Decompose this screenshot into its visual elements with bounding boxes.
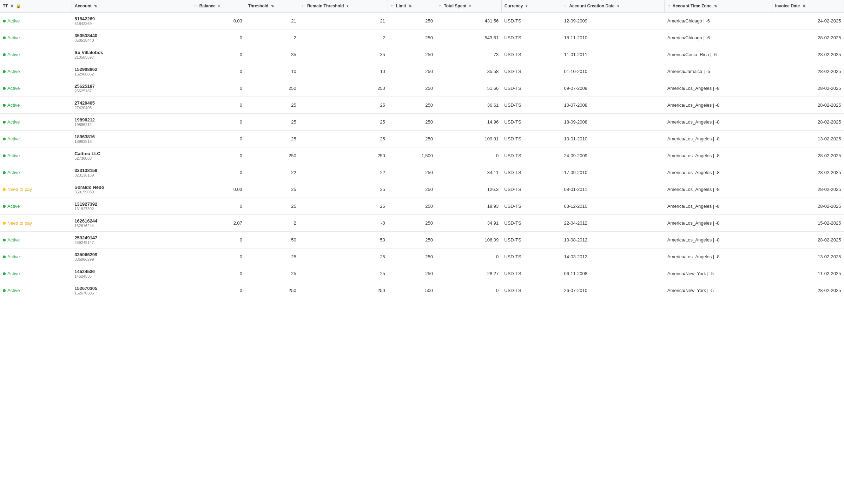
account-cell: 51842269 51842269 [72, 12, 191, 29]
account-name: 18963816 [74, 134, 188, 139]
total-spent-cell: 35.58 [436, 63, 501, 80]
total-spent-cell: 109.91 [436, 131, 501, 147]
creation-date-cell: 12-09-2009 [561, 12, 664, 29]
total-spent-cell: 14.96 [436, 114, 501, 131]
limit-cell: 250 [388, 181, 436, 198]
th-tt[interactable]: TT ⇅ 🔒 [0, 0, 72, 12]
th-remain-drag[interactable]: :: [302, 4, 304, 8]
status-cell: Active [0, 80, 72, 97]
th-total-spent-drag[interactable]: :: [439, 4, 441, 8]
status-label: Active [7, 271, 20, 276]
status-dot [3, 272, 6, 275]
th-remain-label: Remain Threshold [307, 4, 344, 8]
table-row: Active Su Villalobos 210505597 0 35 35 2… [0, 46, 844, 63]
table-container: TT ⇅ 🔒 Account ⇅ :: Balance ▾ Threshold … [0, 0, 844, 299]
status-cell: Active [0, 248, 72, 265]
account-cell: 14524536 14524536 [72, 265, 191, 282]
th-creation-drag[interactable]: :: [564, 4, 567, 8]
account-cell: 323138159 323138159 [72, 164, 191, 181]
status-cell: Active [0, 282, 72, 299]
table-header-row: TT ⇅ 🔒 Account ⇅ :: Balance ▾ Threshold … [0, 0, 844, 12]
balance-cell: 0.03 [191, 181, 245, 198]
status-cell: Active [0, 265, 72, 282]
total-spent-cell: 0 [436, 147, 501, 164]
limit-cell: 250 [388, 46, 436, 63]
account-id: 27420405 [74, 106, 188, 110]
timezone-cell: America/Los_Angeles | -8 [665, 198, 772, 215]
remain-threshold-cell: 25 [299, 131, 388, 147]
th-tt-sort-icon: ⇅ [11, 4, 13, 8]
status-dot [3, 87, 6, 90]
limit-cell: 250 [388, 97, 436, 114]
invoice-date-cell: 28-02-2025 [772, 232, 844, 248]
invoice-date-cell: 28-02-2025 [772, 198, 844, 215]
status-cell: Need to pay [0, 181, 72, 198]
remain-threshold-cell: 25 [299, 198, 388, 215]
th-limit[interactable]: :: Limit ⇅ [388, 0, 436, 12]
limit-cell: 250 [388, 248, 436, 265]
status-dot [3, 222, 6, 225]
account-id: 259249147 [74, 240, 188, 245]
status-label: Active [7, 136, 20, 141]
th-total-spent[interactable]: :: Total Spent ▾ [436, 0, 501, 12]
timezone-cell: America/Costa_Rica | -6 [665, 46, 772, 63]
account-name: 152908862 [74, 67, 188, 72]
timezone-cell: America/New_York | -5 [665, 265, 772, 282]
threshold-cell: 250 [245, 282, 299, 299]
creation-date-cell: 03-12-2010 [561, 198, 664, 215]
currency-cell: USD-TS [501, 12, 561, 29]
invoice-date-cell: 28-02-2025 [772, 114, 844, 131]
th-timezone-drag[interactable]: :: [667, 4, 670, 8]
limit-cell: 500 [388, 282, 436, 299]
th-creation-sort-icon: ▾ [617, 4, 619, 8]
invoice-date-cell: 28-02-2025 [772, 63, 844, 80]
account-id: 152908862 [74, 72, 188, 76]
limit-cell: 250 [388, 63, 436, 80]
th-currency[interactable]: Currency ▾ [501, 0, 561, 12]
status-cell: Active [0, 97, 72, 114]
account-cell: 131927392 131927392 [72, 198, 191, 215]
status-cell: Need to pay [0, 215, 72, 232]
timezone-cell: America/Los_Angeles | -8 [665, 114, 772, 131]
th-remain-sort-icon: ▾ [347, 4, 348, 8]
currency-cell: USD-TS [501, 63, 561, 80]
invoice-date-cell: 15-02-2025 [772, 215, 844, 232]
th-balance-drag[interactable]: :: [194, 4, 197, 8]
status-dot [3, 239, 6, 241]
th-limit-sort-icon: ⇅ [409, 4, 411, 8]
th-account[interactable]: Account ⇅ [72, 0, 191, 12]
status-cell: Active [0, 114, 72, 131]
th-creation-date[interactable]: :: Account Creation Date ▾ [561, 0, 664, 12]
status-label: Active [7, 170, 20, 175]
account-id: 162616244 [74, 224, 188, 228]
invoice-date-cell: 13-02-2025 [772, 248, 844, 265]
accounts-table: TT ⇅ 🔒 Account ⇅ :: Balance ▾ Threshold … [0, 0, 844, 299]
currency-cell: USD-TS [501, 131, 561, 147]
th-threshold[interactable]: Threshold ⇅ [245, 0, 299, 12]
threshold-cell: 22 [245, 164, 299, 181]
currency-cell: USD-TS [501, 46, 561, 63]
th-limit-label: Limit [396, 4, 406, 8]
status-label: Need to pay [7, 187, 32, 192]
total-spent-cell: 19.93 [436, 198, 501, 215]
account-name: 259249147 [74, 235, 188, 240]
table-row: Active 131927392 131927392 0 25 25 250 1… [0, 198, 844, 215]
status-label: Active [7, 288, 20, 293]
account-name: 335066299 [74, 252, 188, 257]
invoice-date-cell: 28-02-2025 [772, 164, 844, 181]
threshold-cell: 250 [245, 80, 299, 97]
timezone-cell: America/Jamaica | -5 [665, 63, 772, 80]
th-timezone[interactable]: :: Account Time Zone ⇅ [665, 0, 772, 12]
account-id: 210505597 [74, 55, 188, 59]
total-spent-cell: 0 [436, 248, 501, 265]
th-invoice-date[interactable]: Invoice Date ⇅ [772, 0, 844, 12]
status-label: Active [7, 69, 20, 74]
creation-date-cell: 11-01-2011 [561, 46, 664, 63]
currency-cell: USD-TS [501, 265, 561, 282]
th-balance[interactable]: :: Balance ▾ [191, 0, 245, 12]
limit-cell: 250 [388, 164, 436, 181]
th-limit-drag[interactable]: :: [391, 4, 393, 8]
th-remain-threshold[interactable]: :: Remain Threshold ▾ [299, 0, 388, 12]
account-cell: 152670305 152670305 [72, 282, 191, 299]
currency-cell: USD-TS [501, 80, 561, 97]
